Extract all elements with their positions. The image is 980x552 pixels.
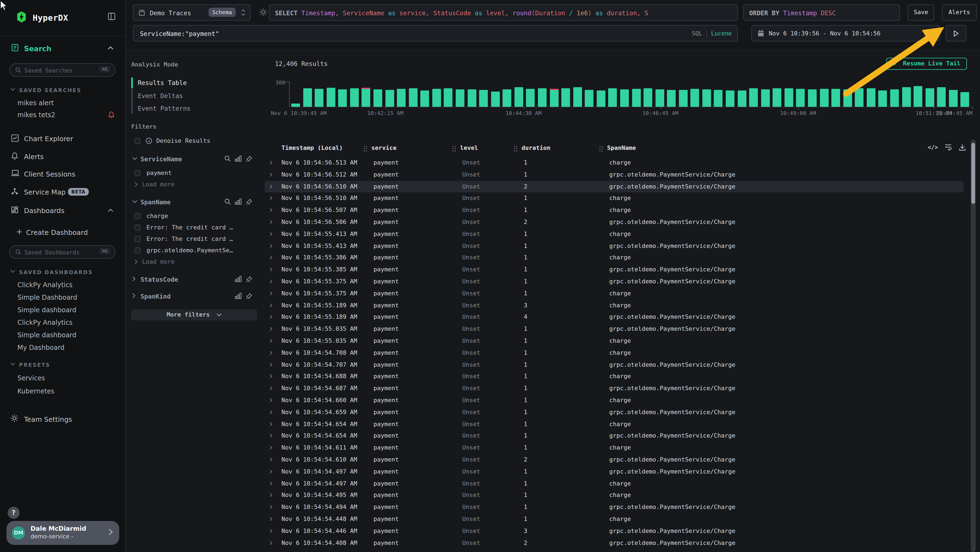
expand-row-chevron-icon[interactable] (269, 244, 272, 248)
table-row[interactable]: Nov 6 10:54:54.495 AMpaymentUnset1charge (265, 490, 964, 502)
expand-row-chevron-icon[interactable] (269, 208, 272, 212)
drag-handle-icon[interactable] (364, 146, 365, 147)
histogram-bar[interactable] (749, 88, 758, 107)
histogram-bar[interactable] (421, 91, 429, 107)
pin-icon[interactable] (245, 198, 253, 206)
histogram-bar[interactable] (585, 90, 593, 107)
saved-dashboard-item[interactable]: Simple Dashboard (18, 294, 77, 302)
histogram-bar[interactable] (303, 89, 312, 107)
table-row[interactable]: Nov 6 10:54:55.386 AMpaymentUnset1charge (265, 252, 964, 264)
filter-option-label[interactable]: charge (146, 212, 168, 220)
sidebar-item-search[interactable]: Search (0, 43, 125, 57)
expand-row-chevron-icon[interactable] (269, 541, 272, 545)
table-row[interactable]: Nov 6 10:54:54.708 AMpaymentUnset1charge (265, 347, 964, 359)
histogram-bar[interactable] (808, 89, 817, 107)
table-row[interactable]: Nov 6 10:54:55.375 AMpaymentUnset1grpc.o… (265, 276, 964, 288)
table-row[interactable]: Nov 6 10:54:55.413 AMpaymentUnset1charge (265, 228, 964, 240)
table-row[interactable]: Nov 6 10:54:54.660 AMpaymentUnset1charge (265, 394, 964, 407)
query-settings-gear-icon[interactable] (259, 8, 267, 16)
histogram-bar[interactable] (831, 89, 840, 107)
expand-row-chevron-icon[interactable] (269, 220, 272, 224)
column-header-timestamp-local-[interactable]: Timestamp (Local) (282, 144, 343, 152)
column-header-level[interactable]: level (460, 144, 478, 152)
load-more-button[interactable]: Load more (134, 181, 175, 188)
histogram-bar[interactable] (784, 88, 793, 107)
table-row[interactable]: Nov 6 10:54:54.659 AMpaymentUnset1grpc.o… (265, 407, 964, 418)
histogram-bar[interactable] (491, 91, 500, 107)
chevron-up-icon[interactable] (108, 46, 113, 49)
preset-item[interactable]: Services (18, 374, 45, 382)
table-row[interactable]: Nov 6 10:54:54.688 AMpaymentUnset1charge (265, 371, 964, 383)
expand-row-chevron-icon[interactable] (269, 375, 272, 378)
expand-row-chevron-icon[interactable] (269, 470, 272, 474)
expand-row-chevron-icon[interactable] (269, 386, 272, 390)
histogram-bar[interactable] (655, 89, 664, 107)
sidebar-item-client-sessions[interactable]: Client Sessions (0, 168, 125, 181)
expand-row-chevron-icon[interactable] (269, 351, 272, 355)
histogram-bar[interactable] (679, 90, 687, 107)
histogram-bar[interactable] (409, 88, 417, 107)
create-dashboard-button[interactable]: Create Dashboard (0, 226, 125, 239)
table-row[interactable]: Nov 6 10:54:54.707 AMpaymentUnset1grpc.o… (265, 359, 964, 371)
chart-icon[interactable] (235, 198, 242, 206)
table-row[interactable]: Nov 6 10:54:56.506 AMpaymentUnset2grpc.o… (265, 216, 964, 228)
column-header-service[interactable]: service (371, 144, 397, 152)
expand-row-chevron-icon[interactable] (269, 268, 272, 271)
histogram-bar[interactable] (620, 89, 629, 107)
filter-group-statuscode[interactable]: StatusCode (126, 275, 262, 284)
histogram-bar[interactable] (385, 90, 394, 107)
filter-option-checkbox[interactable] (134, 225, 140, 230)
table-row[interactable]: Nov 6 10:54:54.448 AMpaymentUnset1charge (265, 513, 964, 525)
drag-handle-icon[interactable] (600, 146, 601, 147)
saved-dashboard-item[interactable]: My Dashboard (18, 344, 65, 351)
run-query-button[interactable] (946, 25, 966, 41)
histogram-bar[interactable] (913, 86, 922, 107)
table-row[interactable]: Nov 6 10:54:55.035 AMpaymentUnset1grpc.o… (265, 323, 964, 335)
pin-icon[interactable] (245, 155, 253, 163)
expand-row-chevron-icon[interactable] (269, 315, 272, 319)
expand-row-chevron-icon[interactable] (269, 529, 272, 533)
table-row[interactable]: Nov 6 10:54:55.035 AMpaymentUnset1charge (265, 335, 964, 347)
histogram-bar[interactable] (350, 88, 359, 107)
histogram-bar[interactable] (468, 89, 476, 107)
filter-group-spankind[interactable]: SpanKind (126, 292, 262, 301)
lang-sql-toggle[interactable]: SQL (692, 30, 702, 37)
expand-row-chevron-icon[interactable] (269, 327, 272, 331)
expand-row-chevron-icon[interactable] (269, 398, 272, 402)
sidebar-item-team-settings[interactable]: Team Settings (0, 413, 125, 426)
expand-row-chevron-icon[interactable] (269, 482, 272, 485)
histogram-bar[interactable] (432, 89, 441, 107)
saved-search-item[interactable]: mikes tets2 (18, 111, 126, 119)
expand-row-chevron-icon[interactable] (269, 161, 272, 164)
denoise-checkbox[interactable] (134, 138, 140, 144)
load-more-button[interactable]: Load more (134, 258, 175, 265)
histogram-bar[interactable] (726, 90, 735, 107)
histogram-bars[interactable] (291, 50, 972, 107)
save-button[interactable]: Save (908, 4, 934, 21)
saved-dashboard-item[interactable]: ClickPy Analytics (18, 281, 73, 289)
expand-row-chevron-icon[interactable] (269, 232, 272, 236)
histogram-bar[interactable] (456, 89, 465, 107)
expand-row-chevron-icon[interactable] (269, 279, 272, 283)
table-row[interactable]: Nov 6 10:54:54.654 AMpaymentUnset1grpc.o… (265, 430, 964, 442)
expand-row-chevron-icon[interactable] (269, 446, 272, 450)
preset-item[interactable]: Kubernetes (18, 388, 54, 395)
view-source-icon[interactable]: </> (928, 144, 938, 151)
filter-option-checkbox[interactable] (134, 213, 140, 219)
histogram-bar[interactable] (315, 89, 323, 107)
search-query-input[interactable]: ServiceName:"payment" SQL|Lucene (133, 25, 738, 41)
drag-handle-icon[interactable] (514, 146, 515, 147)
histogram-bar[interactable] (949, 90, 958, 107)
expand-row-chevron-icon[interactable] (269, 517, 272, 521)
histogram-bar[interactable] (796, 89, 805, 107)
chart-icon[interactable] (235, 293, 242, 300)
expand-row-chevron-icon[interactable] (269, 173, 272, 177)
user-menu[interactable]: DM Dale McDiarmid demo-service - (6, 521, 119, 545)
histogram-bar[interactable] (374, 89, 382, 107)
saved-searches-input[interactable]: Saved Searches ⌘K (9, 63, 115, 77)
mode-tab-event-patterns[interactable]: Event Patterns (138, 105, 191, 112)
table-row[interactable]: Nov 6 10:54:54.497 AMpaymentUnset1charge (265, 478, 964, 490)
histogram-bar[interactable] (714, 90, 723, 107)
histogram-bar[interactable] (479, 90, 488, 107)
histogram-bar[interactable] (291, 104, 300, 107)
